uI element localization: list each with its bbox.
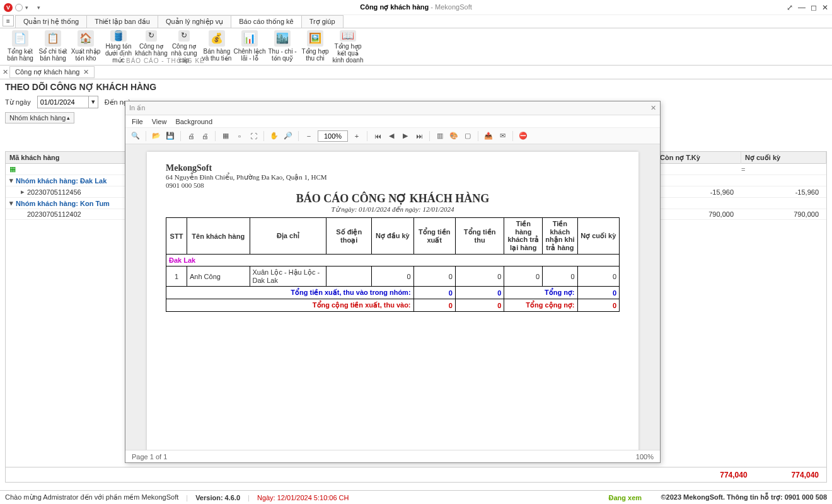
ribbon-item-10[interactable]: 📖Tổng hợp kết quả kinh doanh xyxy=(332,30,364,64)
menu-file[interactable]: File xyxy=(132,118,143,124)
date-dropdown-icon[interactable]: ▾ xyxy=(88,96,98,108)
ribbon-item-9[interactable]: 🖼️Tổng hợp thu chi xyxy=(299,30,332,64)
ribbon-item-7[interactable]: 📊Chênh lệch lãi - lỗ xyxy=(233,30,266,64)
document-tab-label: Công nợ khách hàng xyxy=(15,68,79,76)
file-tab-button[interactable]: ≡ xyxy=(3,15,14,26)
dialog-titlebar[interactable]: In ấn ✕ xyxy=(125,101,660,115)
ribbon-tabs: ≡ Quản trị hệ thống Thiết lập ban đầu Qu… xyxy=(0,15,832,28)
document-tab[interactable]: Công nợ khách hàng ✕ xyxy=(9,66,95,78)
tab-close-icon[interactable]: ✕ xyxy=(83,68,89,76)
summary-icon: 🖼️ xyxy=(307,30,323,47)
business-result-icon: 📖 xyxy=(340,30,356,42)
qat-dropdown-icon[interactable]: ▾ xyxy=(25,4,28,11)
profit-loss-icon: 📊 xyxy=(241,30,258,47)
qat-overflow-icon[interactable]: ▾ xyxy=(37,4,40,11)
ribbon-item-6[interactable]: 💰Bán hàng và thu tiền xyxy=(200,30,233,64)
customer-debt-icon: ↻ xyxy=(146,30,157,42)
sales-receipt-icon: 💰 xyxy=(209,30,225,47)
ribbon-tab-4[interactable]: Trợ giúp xyxy=(301,15,344,28)
ribbon-collapse-icon[interactable]: ⤢ xyxy=(787,3,793,12)
group-by-header[interactable]: Nhóm khách hàng ▴ xyxy=(5,112,74,123)
tab-close-all-icon[interactable]: ✕ xyxy=(3,68,8,76)
menu-view[interactable]: View xyxy=(152,118,167,124)
cash-icon: 🏙️ xyxy=(274,30,291,47)
ribbon-tab-1[interactable]: Thiết lập ban đầu xyxy=(86,15,158,28)
ribbon-item-8[interactable]: 🏙️Thu - chi - tồn quỹ xyxy=(266,30,299,64)
app-icon: V xyxy=(4,3,13,12)
ribbon-item-2[interactable]: 🏠Xuất nhập tồn kho xyxy=(69,30,102,64)
menu-background[interactable]: Background xyxy=(175,118,212,124)
print-dialog: In ấn ✕ File View Background 🔍 📂 💾 🖨 🖨 ▦… xyxy=(125,101,661,123)
ribbon-group-caption: BÁO CÁO - THỐNG KÊ xyxy=(126,57,205,64)
page-title: THEO DÕI CÔNG NỢ KHÁCH HÀNG xyxy=(0,79,832,94)
from-date-input[interactable] xyxy=(38,96,88,108)
ledger-icon: 📋 xyxy=(45,30,61,47)
supplier-debt-icon: ↻ xyxy=(178,30,190,42)
chevron-up-icon: ▴ xyxy=(67,115,70,121)
dialog-menu: File View Background xyxy=(125,115,660,123)
ribbon-item-0[interactable]: 📄Tổng kết bán hàng xyxy=(4,30,37,64)
stock-low-icon: 🛢️ xyxy=(110,30,127,42)
ribbon-tab-0[interactable]: Quản trị hệ thống xyxy=(15,15,87,28)
ribbon: 📄Tổng kết bán hàng 📋Sổ chi tiết bán hàng… xyxy=(0,28,832,66)
maximize-icon[interactable]: ◻ xyxy=(811,3,817,12)
report-icon: 📄 xyxy=(12,30,28,47)
close-icon[interactable]: ✕ xyxy=(822,3,828,12)
minimize-icon[interactable]: — xyxy=(798,3,806,12)
warehouse-icon: 🏠 xyxy=(78,30,94,47)
ribbon-item-1[interactable]: 📋Sổ chi tiết bán hàng xyxy=(37,30,69,64)
qat-button[interactable] xyxy=(15,4,23,11)
dialog-title-text: In ấn xyxy=(129,104,145,112)
dialog-close-icon[interactable]: ✕ xyxy=(650,104,656,112)
titlebar: V ▾ ▾ Công nợ khách hàng - MekongSoft ⤢ … xyxy=(0,0,832,15)
document-tabs: ✕ Công nợ khách hàng ✕ xyxy=(0,66,832,79)
window-title: Công nợ khách hàng - MekongSoft xyxy=(360,3,472,11)
from-date-label: Từ ngày xyxy=(5,98,31,106)
ribbon-tab-2[interactable]: Quản lý nghiệp vụ xyxy=(158,15,231,28)
ribbon-tab-3[interactable]: Báo cáo thống kê xyxy=(231,15,302,28)
